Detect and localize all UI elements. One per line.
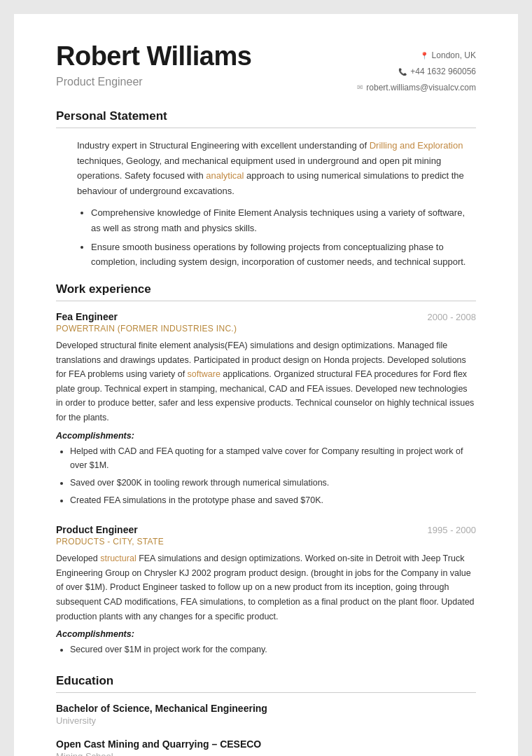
job-1: Fea Engineer 2000 - 2008 POWERTRAIN (FOR… [56, 311, 476, 507]
personal-bullet-2: Ensure smooth business operations by fol… [91, 240, 476, 270]
edu-2-school: Mining School [56, 751, 476, 756]
education-item-2: Open Cast Mining and Quarrying – CESECO … [56, 738, 476, 756]
job-1-accomplishments-list: Helped with CAD and FEA quoting for a st… [56, 444, 476, 508]
personal-statement-section: Personal Statement Industry expert in St… [56, 109, 476, 270]
personal-statement-body: Industry expert in Structural Engineerin… [56, 138, 476, 270]
job-2: Product Engineer 1995 - 2000 PRODUCTS - … [56, 524, 476, 657]
personal-bullet-1: Comprehensive knowledge of Finite Elemen… [91, 205, 476, 235]
contact-email: ✉ robert.williams@visualcv.com [357, 80, 476, 96]
job-2-desc-text-1: Developed [56, 554, 100, 563]
education-item-1: Bachelor of Science, Mechanical Engineer… [56, 703, 476, 726]
job-1-company: POWERTRAIN (FORMER INDUSTRIES INC.) [56, 324, 476, 334]
job-2-title: Product Engineer [56, 524, 138, 535]
candidate-name: Robert Williams [56, 42, 251, 71]
intro-highlight-2: analytical [206, 170, 244, 181]
work-experience-section: Work experience Fea Engineer 2000 - 2008… [56, 282, 476, 657]
job-1-title: Fea Engineer [56, 311, 118, 322]
job-2-accomplishments-list: Secured over $1M in project work for the… [56, 642, 476, 657]
job-2-desc-text-2: FEA simulations and design optimizations… [56, 554, 475, 621]
job-1-accomplishment-1: Helped with CAD and FEA quoting for a st… [70, 444, 476, 473]
location-icon: 📍 [420, 49, 428, 62]
personal-statement-intro: Industry expert in Structural Engineerin… [77, 138, 476, 198]
job-2-header: Product Engineer 1995 - 2000 [56, 524, 476, 535]
resume-document: Robert Williams Product Engineer 📍 Londo… [14, 14, 518, 756]
contact-location: 📍 London, UK [357, 48, 476, 64]
email-icon: ✉ [357, 81, 363, 94]
job-2-dates: 1995 - 2000 [428, 525, 476, 535]
job-2-accomplishments-title: Accomplishments: [56, 629, 476, 639]
job-2-company: PRODUCTS - CITY, STATE [56, 537, 476, 547]
work-experience-title: Work experience [56, 282, 476, 301]
intro-text-1: Industry expert in Structural Engineerin… [77, 140, 370, 151]
job-1-accomplishment-3: Created FEA simulations in the prototype… [70, 493, 476, 508]
phone-icon: 📞 [398, 65, 407, 78]
edu-2-degree: Open Cast Mining and Quarrying – CESECO [56, 738, 476, 750]
header-left: Robert Williams Product Engineer [56, 42, 251, 88]
education-title: Education [56, 674, 476, 693]
job-1-dates: 2000 - 2008 [428, 312, 476, 322]
contact-info: 📍 London, UK 📞 +44 1632 960056 ✉ robert.… [357, 48, 476, 95]
candidate-title: Product Engineer [56, 76, 251, 88]
personal-statement-bullets: Comprehensive knowledge of Finite Elemen… [77, 205, 476, 270]
job-2-description: Developed structural FEA simulations and… [56, 551, 476, 624]
personal-statement-title: Personal Statement [56, 109, 476, 128]
job-2-accomplishment-1: Secured over $1M in project work for the… [70, 642, 476, 657]
job-2-highlight-1: structural [100, 554, 136, 563]
edu-1-degree: Bachelor of Science, Mechanical Engineer… [56, 703, 476, 714]
job-1-description: Developed structural finite element anal… [56, 338, 476, 425]
job-1-accomplishments-title: Accomplishments: [56, 431, 476, 441]
job-1-header: Fea Engineer 2000 - 2008 [56, 311, 476, 322]
job-1-accomplishment-2: Saved over $200K in tooling rework throu… [70, 476, 476, 490]
job-1-highlight-1: software [188, 369, 220, 379]
header: Robert Williams Product Engineer 📍 Londo… [56, 42, 476, 95]
education-section: Education Bachelor of Science, Mechanica… [56, 674, 476, 756]
intro-highlight-1: Drilling and Exploration [370, 140, 463, 151]
edu-1-school: University [56, 715, 476, 726]
contact-phone: 📞 +44 1632 960056 [357, 64, 476, 80]
